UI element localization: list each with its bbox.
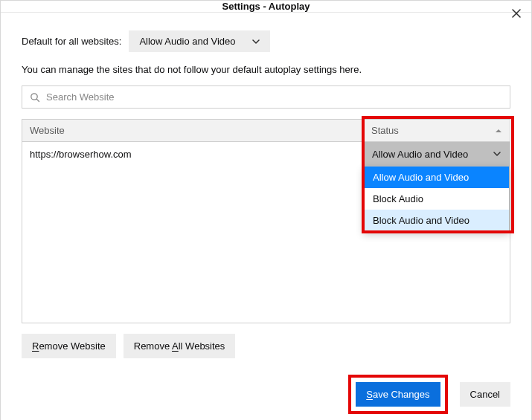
status-option-block-audio[interactable]: Block Audio [364, 188, 509, 210]
column-header-website[interactable]: Website [22, 120, 363, 141]
default-autoplay-select[interactable]: Allow Audio and Video [129, 30, 269, 52]
dialog-title: Settings - Autoplay [222, 1, 310, 12]
actions-left: Remove Website Remove All Websites [22, 334, 510, 358]
search-input[interactable] [46, 91, 502, 103]
cell-website: https://browserhow.com [22, 142, 363, 166]
svg-line-1 [36, 99, 39, 101]
close-icon [512, 7, 521, 21]
remove-all-websites-button[interactable]: Remove All Websites [124, 334, 236, 358]
table-row[interactable]: https://browserhow.com Allow Audio and V… [22, 142, 510, 166]
settings-autoplay-dialog: Settings - Autoplay Default for all webs… [0, 0, 532, 420]
table-header: Website Status [22, 120, 510, 142]
cancel-button[interactable]: Cancel [460, 382, 510, 407]
column-header-status[interactable]: Status [363, 120, 510, 141]
save-changes-button[interactable]: Save Changes [356, 382, 440, 407]
default-autoplay-row: Default for all websites: Allow Audio an… [22, 30, 510, 52]
remove-website-button[interactable]: Remove Website [22, 334, 116, 358]
chevron-down-icon [493, 152, 501, 156]
annotation-highlight-save: Save Changes [348, 375, 447, 414]
dialog-header: Settings - Autoplay [1, 1, 531, 13]
status-option-allow[interactable]: Allow Audio and Video [364, 167, 509, 188]
sort-asc-icon [495, 129, 502, 133]
status-dropdown: Allow Audio and Video Block Audio Block … [363, 166, 510, 232]
cell-status: Allow Audio and Video Allow Audio and Vi… [363, 142, 510, 166]
dialog-content: Default for all websites: Allow Audio an… [1, 13, 531, 420]
search-container [22, 85, 510, 109]
close-button[interactable] [507, 5, 525, 23]
table-body: https://browserhow.com Allow Audio and V… [22, 142, 510, 166]
default-label: Default for all websites: [22, 36, 121, 47]
description-text: You can manage the sites that do not fol… [22, 64, 510, 75]
status-select[interactable]: Allow Audio and Video [363, 142, 510, 166]
search-icon [30, 92, 40, 103]
chevron-down-icon [252, 39, 260, 44]
actions-right: Save Changes Cancel [22, 375, 510, 414]
default-select-value: Allow Audio and Video [139, 36, 235, 47]
websites-table: Website Status https://browserhow.com [22, 119, 510, 323]
status-option-block-av[interactable]: Block Audio and Video [364, 210, 509, 231]
